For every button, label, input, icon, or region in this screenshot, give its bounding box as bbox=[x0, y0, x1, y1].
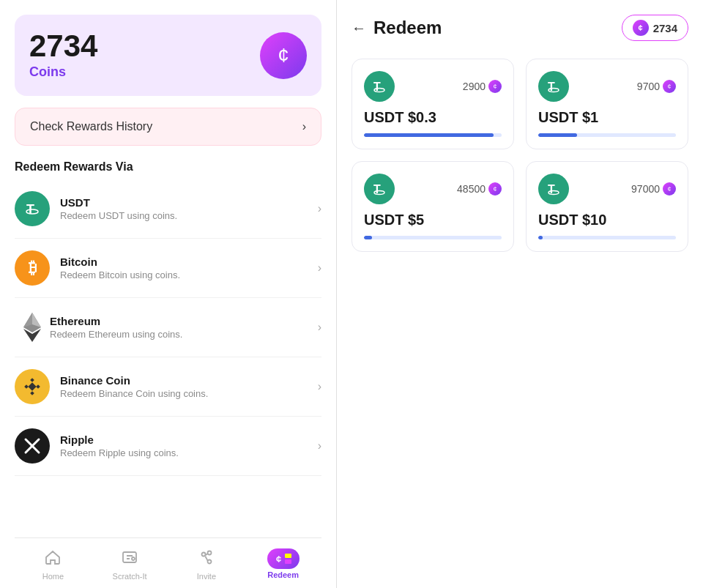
mini-coin-icon-1: ¢ bbox=[488, 80, 502, 93]
redeem-amount-2: USDT $1 bbox=[538, 109, 676, 126]
svg-rect-22 bbox=[285, 559, 291, 564]
svg-rect-8 bbox=[36, 384, 40, 389]
card-coins-3: 48500 ¢ bbox=[457, 182, 502, 196]
ethereum-info: Ethereum Redeem Ethereum using coins. bbox=[50, 315, 318, 340]
coins-value: 2734 bbox=[29, 31, 97, 62]
right-panel: ← Redeem ¢ 2734 T 2900 ¢ bbox=[337, 0, 703, 588]
redeem-label: Redeem bbox=[267, 570, 299, 579]
crypto-item-usdt[interactable]: T USDT Redeem USDT using coins. › bbox=[15, 179, 321, 239]
redeem-amount-1: USDT $0.3 bbox=[364, 109, 502, 126]
progress-bar-fill-3 bbox=[364, 236, 372, 239]
svg-rect-7 bbox=[24, 384, 29, 389]
ripple-info: Ripple Redeem Ripple using coins. bbox=[60, 433, 318, 458]
tether-icon-1: T bbox=[364, 71, 395, 102]
tether-icon-3: T bbox=[364, 174, 395, 204]
svg-point-15 bbox=[201, 553, 205, 557]
progress-bar-bg-2 bbox=[538, 133, 676, 137]
coins-count-2: 9700 bbox=[637, 81, 660, 92]
svg-line-19 bbox=[205, 557, 207, 561]
right-header: ← Redeem ¢ 2734 bbox=[352, 15, 688, 41]
usdt-chevron-icon: › bbox=[318, 202, 321, 215]
progress-bar-bg-1 bbox=[364, 133, 502, 137]
usdt-info: USDT Redeem USDT using coins. bbox=[60, 196, 318, 221]
nav-invite[interactable]: Invite bbox=[168, 546, 245, 584]
progress-bar-fill-1 bbox=[364, 133, 494, 137]
redeem-via-title: Redeem Rewards Via bbox=[15, 160, 321, 174]
binance-info: Binance Coin Redeem Binance Coin using c… bbox=[60, 374, 318, 399]
ethereum-chevron-icon: › bbox=[318, 321, 321, 334]
back-button[interactable]: ← bbox=[352, 20, 366, 37]
coins-badge: ¢ 2734 bbox=[622, 15, 688, 41]
home-icon bbox=[44, 548, 62, 570]
right-title: Redeem bbox=[373, 18, 442, 38]
tether-icon-4: T bbox=[538, 174, 569, 204]
nav-home[interactable]: Home bbox=[15, 546, 92, 584]
redeem-amount-4: USDT $10 bbox=[538, 212, 676, 228]
ethereum-desc: Redeem Ethereum using coins. bbox=[50, 329, 318, 340]
redeem-card-usdt5[interactable]: T 48500 ¢ USDT $5 bbox=[352, 161, 514, 252]
svg-rect-6 bbox=[30, 378, 34, 382]
coins-count-4: 97000 bbox=[631, 183, 660, 195]
usdt-desc: Redeem USDT using coins. bbox=[60, 210, 318, 221]
progress-bar-bg-4 bbox=[538, 236, 676, 239]
ripple-chevron-icon: › bbox=[318, 439, 321, 453]
svg-rect-9 bbox=[30, 391, 34, 395]
redeem-card-usdt03[interactable]: T 2900 ¢ USDT $0.3 bbox=[352, 59, 514, 149]
svg-rect-10 bbox=[28, 382, 36, 390]
svg-point-14 bbox=[132, 557, 135, 560]
binance-name: Binance Coin bbox=[60, 374, 318, 387]
bitcoin-info: Bitcoin Redeem Bitcoin using coins. bbox=[60, 256, 318, 280]
rewards-history-button[interactable]: Check Rewards History › bbox=[15, 108, 321, 146]
crypto-item-binance[interactable]: Binance Coin Redeem Binance Coin using c… bbox=[15, 357, 321, 417]
redeem-card-usdt1[interactable]: T 9700 ¢ USDT $1 bbox=[526, 59, 688, 149]
crypto-list: T USDT Redeem USDT using coins. › ₿ Bitc… bbox=[15, 179, 321, 537]
coins-card: 2734 Coins ¢ bbox=[15, 15, 321, 96]
coins-count-1: 2900 bbox=[463, 81, 486, 92]
bitcoin-icon: ₿ bbox=[15, 250, 50, 286]
invite-icon bbox=[198, 548, 215, 570]
progress-bar-fill-4 bbox=[538, 236, 543, 239]
ethereum-icon bbox=[15, 310, 50, 345]
ripple-desc: Redeem Ripple using coins. bbox=[60, 447, 318, 458]
ripple-icon bbox=[15, 428, 50, 464]
ripple-name: Ripple bbox=[60, 433, 318, 446]
coins-count-3: 48500 bbox=[457, 183, 486, 195]
card-coins-1: 2900 ¢ bbox=[463, 80, 502, 93]
progress-bar-fill-2 bbox=[538, 133, 577, 137]
card-coins-2: 9700 ¢ bbox=[637, 80, 676, 93]
chevron-right-icon: › bbox=[302, 120, 306, 133]
rewards-history-label: Check Rewards History bbox=[30, 120, 152, 133]
nav-scratch[interactable]: Scratch-It bbox=[92, 546, 168, 584]
usdt-icon: T bbox=[15, 191, 50, 226]
crypto-item-ripple[interactable]: Ripple Redeem Ripple using coins. › bbox=[15, 417, 321, 476]
svg-point-16 bbox=[207, 551, 211, 555]
crypto-item-ethereum[interactable]: Ethereum Redeem Ethereum using coins. › bbox=[15, 298, 321, 357]
invite-label: Invite bbox=[197, 572, 216, 581]
home-label: Home bbox=[42, 572, 64, 581]
card-coins-4: 97000 ¢ bbox=[631, 182, 676, 196]
ethereum-name: Ethereum bbox=[50, 315, 318, 327]
mini-coin-icon-3: ¢ bbox=[488, 182, 502, 196]
redeem-grid: T 2900 ¢ USDT $0.3 T bbox=[352, 59, 688, 252]
coin-icon: ¢ bbox=[260, 32, 307, 79]
progress-bar-bg-3 bbox=[364, 236, 502, 239]
crypto-item-bitcoin[interactable]: ₿ Bitcoin Redeem Bitcoin using coins. › bbox=[15, 239, 321, 298]
binance-icon bbox=[15, 369, 50, 404]
scratch-label: Scratch-It bbox=[113, 572, 147, 581]
bitcoin-desc: Redeem Bitcoin using coins. bbox=[60, 269, 318, 280]
bitcoin-chevron-icon: › bbox=[318, 261, 321, 275]
coins-badge-value: 2734 bbox=[653, 22, 677, 34]
bottom-nav: Home Scratch-It bbox=[15, 537, 321, 588]
binance-chevron-icon: › bbox=[318, 380, 321, 393]
usdt-name: USDT bbox=[60, 196, 318, 209]
svg-rect-21 bbox=[285, 554, 291, 558]
nav-redeem[interactable]: ¢ Redeem bbox=[245, 546, 321, 584]
bitcoin-name: Bitcoin bbox=[60, 256, 318, 268]
tether-icon-2: T bbox=[538, 71, 569, 102]
mini-coin-icon-4: ¢ bbox=[663, 182, 676, 196]
svg-text:¢: ¢ bbox=[276, 554, 281, 565]
scratch-icon bbox=[121, 548, 138, 570]
redeem-card-usdt10[interactable]: T 97000 ¢ USDT $10 bbox=[526, 161, 688, 252]
redeem-badge: ¢ bbox=[267, 548, 300, 569]
coins-badge-icon: ¢ bbox=[633, 20, 649, 36]
